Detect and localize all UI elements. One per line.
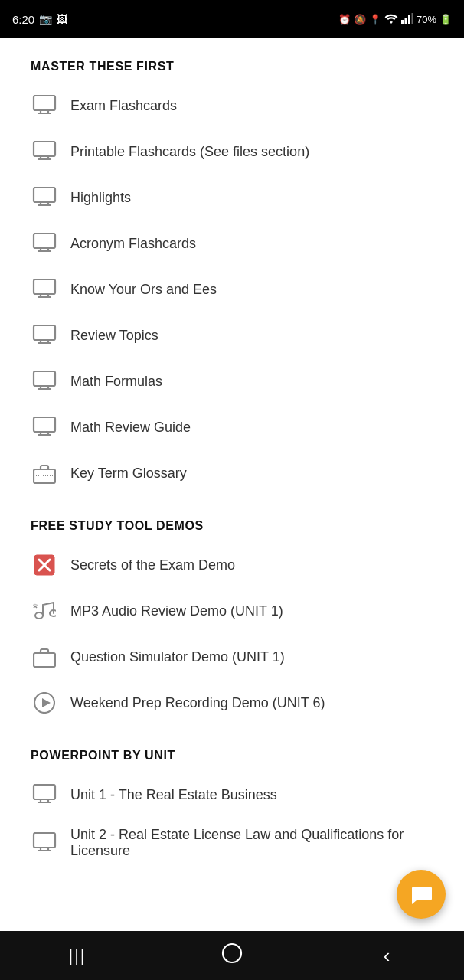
- item-label-review-topics: Review Topics: [70, 328, 158, 344]
- svg-rect-12: [34, 469, 55, 483]
- camera-icon: 📷: [39, 13, 52, 25]
- list-item-know-ors-ees[interactable]: Know Your Ors and Ees: [31, 266, 433, 312]
- list-item-printable-flashcards[interactable]: Printable Flashcards (See files section): [31, 129, 433, 175]
- back-arrow-icon: ‹: [384, 944, 390, 968]
- mute-icon: 🔕: [354, 14, 366, 25]
- svg-rect-8: [34, 279, 55, 294]
- item-label-highlights: Highlights: [70, 190, 131, 206]
- list-item-math-formulas[interactable]: Math Formulas: [31, 358, 433, 404]
- briefcase-icon-2: [31, 643, 58, 671]
- status-left: 6:20 📷 🖼: [12, 13, 67, 26]
- list-item-key-term-glossary[interactable]: Key Term Glossary: [31, 450, 433, 496]
- list-item-math-review-guide[interactable]: Math Review Guide: [31, 404, 433, 450]
- svg-point-21: [223, 944, 241, 962]
- monitor-icon-3: [31, 184, 58, 211]
- main-content: MASTER THESE FIRST Exam Flashcards Print…: [0, 38, 464, 929]
- battery-display: 70%: [417, 14, 436, 25]
- svg-rect-11: [34, 417, 55, 432]
- svg-marker-18: [42, 698, 51, 707]
- nav-back-button[interactable]: |||: [47, 931, 108, 980]
- list-item-unit2[interactable]: Unit 2 - Real Estate License Law and Qua…: [31, 818, 433, 868]
- signal-icon: [401, 13, 413, 26]
- image-icon: 🖼: [57, 13, 67, 25]
- list-item-unit1[interactable]: Unit 1 - The Real Estate Business: [31, 772, 433, 818]
- monitor-icon-10: [31, 829, 58, 857]
- svg-rect-20: [34, 833, 55, 848]
- item-label-question-simulator: Question Simulator Demo (UNIT 1): [70, 649, 285, 665]
- svg-rect-4: [34, 96, 55, 110]
- svg-rect-9: [34, 325, 55, 340]
- list-item-weekend-prep[interactable]: Weekend Prep Recording Demo (UNIT 6): [31, 680, 433, 726]
- svg-rect-10: [34, 371, 55, 386]
- monitor-icon-5: [31, 276, 58, 303]
- list-item-review-topics[interactable]: Review Topics: [31, 312, 433, 358]
- monitor-icon-9: [31, 781, 58, 808]
- item-label-mp3-audio-demo: MP3 Audio Review Demo (UNIT 1): [70, 603, 283, 619]
- item-label-acronym-flashcards: Acronym Flashcards: [70, 236, 196, 252]
- item-label-unit1: Unit 1 - The Real Estate Business: [70, 787, 277, 803]
- x-icon-1: [31, 551, 58, 579]
- list-item-exam-flashcards[interactable]: Exam Flashcards: [31, 83, 433, 129]
- svg-rect-6: [34, 188, 55, 202]
- svg-rect-5: [34, 142, 55, 156]
- svg-rect-2: [408, 15, 410, 24]
- home-icon: [221, 942, 243, 969]
- svg-rect-3: [411, 13, 413, 24]
- svg-rect-0: [401, 20, 404, 24]
- briefcase-icon-1: [31, 459, 58, 487]
- nav-home-button[interactable]: [201, 931, 263, 980]
- svg-point-14: [35, 612, 43, 619]
- item-label-unit2: Unit 2 - Real Estate License Law and Qua…: [70, 827, 433, 859]
- list-item-acronym-flashcards[interactable]: Acronym Flashcards: [31, 220, 433, 266]
- item-label-exam-flashcards: Exam Flashcards: [70, 98, 177, 114]
- section-header-master: MASTER THESE FIRST: [31, 60, 433, 74]
- svg-rect-7: [34, 234, 55, 248]
- item-label-weekend-prep: Weekend Prep Recording Demo (UNIT 6): [70, 695, 325, 711]
- section-header-powerpoint: POWERPOINT BY UNIT: [31, 749, 433, 763]
- item-label-math-review-guide: Math Review Guide: [70, 420, 191, 436]
- monitor-icon: [31, 92, 58, 119]
- section-header-demos: FREE STUDY TOOL DEMOS: [31, 519, 433, 533]
- item-label-secrets-demo: Secrets of the Exam Demo: [70, 557, 235, 573]
- list-item-question-simulator[interactable]: Question Simulator Demo (UNIT 1): [31, 634, 433, 680]
- monitor-icon-7: [31, 368, 58, 395]
- monitor-icon-8: [31, 413, 58, 441]
- list-item-mp3-audio-demo[interactable]: MP3 Audio Review Demo (UNIT 1): [31, 588, 433, 634]
- list-item-secrets-demo[interactable]: Secrets of the Exam Demo: [31, 542, 433, 588]
- item-label-key-term-glossary: Key Term Glossary: [70, 466, 187, 482]
- item-label-math-formulas: Math Formulas: [70, 374, 162, 390]
- item-label-printable-flashcards: Printable Flashcards (See files section): [70, 144, 309, 160]
- audio-icon-1: [31, 597, 58, 625]
- recent-apps-icon: |||: [68, 946, 86, 965]
- nav-bar: ||| ‹: [0, 931, 464, 980]
- nav-back-arrow-button[interactable]: ‹: [356, 931, 417, 980]
- chat-fab-button[interactable]: [397, 870, 446, 919]
- wifi-icon: [384, 13, 398, 26]
- item-label-know-ors-ees: Know Your Ors and Ees: [70, 282, 217, 298]
- status-bar: 6:20 📷 🖼 ⏰ 🔕 📍 70%: [0, 0, 464, 38]
- monitor-icon-4: [31, 230, 58, 257]
- status-right: ⏰ 🔕 📍 70% 🔋: [338, 13, 452, 26]
- monitor-icon-6: [31, 322, 58, 349]
- svg-rect-1: [404, 18, 407, 24]
- location-icon: 📍: [369, 14, 381, 25]
- monitor-icon-2: [31, 138, 58, 165]
- battery-icon: 🔋: [439, 14, 452, 25]
- list-item-highlights[interactable]: Highlights: [31, 175, 433, 220]
- svg-rect-19: [34, 785, 55, 799]
- time-display: 6:20: [12, 13, 34, 26]
- svg-rect-16: [34, 653, 55, 667]
- play-icon-1: [31, 689, 58, 717]
- alarm-icon: ⏰: [338, 14, 351, 25]
